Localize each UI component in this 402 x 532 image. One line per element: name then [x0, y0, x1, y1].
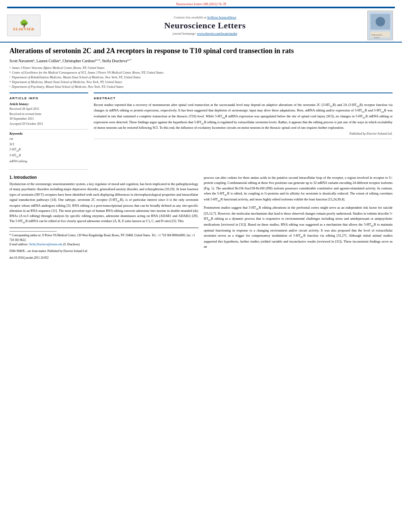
sciverse-link[interactable]: SciVerse ScienceDirect: [207, 16, 236, 19]
article-history: Article history: Received 28 April 2011 …: [9, 102, 88, 127]
accepted-date: Accepted 20 October 2011: [9, 122, 88, 127]
info-divider: [9, 129, 88, 130]
footnote-divider: [9, 231, 57, 232]
sciverse-line: Contents lists available at SciVerse Sci…: [43, 16, 367, 19]
journal-center: Contents lists available at SciVerse Sci…: [43, 16, 367, 35]
received-revised-label: Received in revised form: [9, 112, 88, 117]
abstract-col: ABSTRACT Recent studies reported that a …: [94, 93, 393, 170]
elsevier-wordmark: ELSEVIER: [13, 27, 35, 31]
received-revised-date: 30 September 2011: [9, 117, 88, 122]
elsevier-tree-icon: 🌳: [20, 20, 28, 27]
main-left-col: 1. Introduction Dysfunction of the serot…: [9, 175, 198, 260]
elsevier-logo: 🌳 ELSEVIER: [7, 15, 43, 36]
footnote-section: * Corresponding author at: JJ Peters VA …: [9, 228, 198, 260]
footer-bottom: 0304-3940/$ – see front matter. Publishe…: [9, 249, 198, 260]
article-info-box: ARTICLE INFO Article history: Received 2…: [9, 93, 88, 170]
affiliations-block: a James J Peters Veterans Affairs Medica…: [9, 66, 393, 89]
affil-d: d Department of Medicine, Mount Sinai Sc…: [9, 80, 393, 85]
article-info-label: ARTICLE INFO: [9, 96, 88, 100]
article-body: Alterations of serotonin 2C and 2A recep…: [0, 43, 402, 264]
intro-para-2: process can alter codons for three amino…: [204, 175, 393, 202]
intro-heading: 1. Introduction: [9, 175, 198, 180]
keywords-section: Keywords: ratSCI5-HT2AR5-HT2CRmRNA editi…: [9, 132, 88, 164]
elsevier-logo-inner: 🌳 ELSEVIER: [7, 15, 41, 36]
received-date: Received 28 April 2011: [9, 107, 88, 112]
journal-citation: Neuroscience Letters 506 (2012) 74–78: [176, 2, 226, 6]
main-content: 1. Introduction Dysfunction of the serot…: [9, 175, 393, 260]
article-info-abstract-row: ARTICLE INFO Article history: Received 2…: [9, 93, 393, 170]
affil-e: e Department of Psychiatry, Mount Sinai …: [9, 85, 393, 89]
journal-cover-image: Neuroscience Letters: [367, 11, 393, 40]
affil-b: b Center of Excellence for the Medical C…: [9, 70, 393, 75]
affil-a: a James J Peters Veterans Affairs Medica…: [9, 66, 393, 70]
journal-url[interactable]: www.elsevier.com/locate/neulet: [197, 32, 237, 35]
authors-line: Scott Navarretta, Lauren Colliera, Chris…: [9, 59, 393, 63]
affil-c: c Department of Rehabilitation Medicine,…: [9, 75, 393, 80]
svg-text:Neuroscience: Neuroscience: [372, 34, 383, 36]
journal-header: 🌳 ELSEVIER Contents lists available at S…: [0, 8, 402, 43]
main-right-col: process can alter codons for three amino…: [204, 175, 393, 260]
journal-title: Neuroscience Letters: [43, 20, 367, 31]
journal-homepage: journal homepage: www.elsevier.com/locat…: [43, 32, 367, 35]
journal-thumbnail: Neuroscience Letters: [367, 11, 395, 40]
article-info-col: ARTICLE INFO Article history: Received 2…: [9, 93, 88, 170]
abstract-box: ABSTRACT Recent studies reported that a …: [94, 93, 393, 139]
published-by: Published by Elsevier Ireland Ltd.: [94, 132, 393, 135]
article-title: Alterations of serotonin 2C and 2A recep…: [9, 46, 393, 56]
svg-point-2: [376, 17, 385, 26]
footnote-star: * Corresponding author at: JJ Peters VA …: [9, 233, 198, 242]
intro-para-1: Dysfunction of the serotonergic neurotra…: [9, 182, 198, 224]
abstract-text: Recent studies reported that a recovery …: [94, 102, 393, 131]
svg-text:Letters: Letters: [374, 37, 380, 39]
keywords-list: ratSCI5-HT2AR5-HT2CRmRNA editing: [9, 136, 88, 164]
abstract-label: ABSTRACT: [94, 96, 393, 100]
history-label: Article history:: [9, 102, 88, 106]
keywords-label: Keywords:: [9, 132, 88, 135]
journal-top-bar: Neuroscience Letters 506 (2012) 74–78: [0, 0, 402, 7]
intro-para-3: Postmortem studies suggest that 5-HT2CR …: [204, 205, 393, 250]
footnote-email: E-mail address: Stella.Dracheva@mssm.edu…: [9, 242, 198, 247]
page: Neuroscience Letters 506 (2012) 74–78 🌳 …: [0, 0, 402, 532]
